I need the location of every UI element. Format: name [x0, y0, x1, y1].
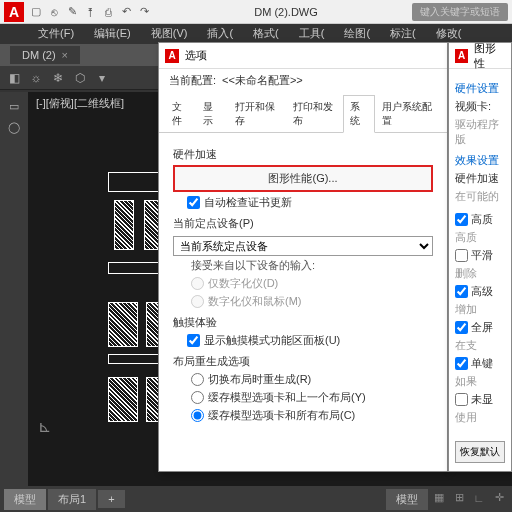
opt-full[interactable]: 全屏 — [455, 320, 505, 335]
opt-adv[interactable]: 高级 — [455, 284, 505, 299]
polar-icon[interactable]: ✛ — [490, 489, 508, 507]
driver-row: 驱动程序版 — [455, 117, 505, 147]
digitizer-only-radio: 仅数字化仪(D) — [191, 276, 433, 291]
graphics-dialog: A 图形性 硬件设置 视频卡: 驱动程序版 效果设置 硬件加速 在可能的 常 帮… — [448, 42, 512, 472]
tab-display[interactable]: 显示 — [196, 95, 227, 133]
touch-panel-check[interactable]: 显示触摸模式功能区面板(U) — [187, 333, 433, 348]
menubar: 文件(F) 编辑(E) 视图(V) 插入( 格式( 工具( 绘图( 标注( 修改… — [0, 24, 512, 44]
options-dialog: A 选项 当前配置: <<未命名配置>> 文件 显示 打开和保存 打印和发布 系… — [158, 42, 448, 472]
menu-file[interactable]: 文件(F) — [30, 24, 82, 44]
tab-files[interactable]: 文件 — [165, 95, 196, 133]
effects-label: 效果设置 — [455, 153, 505, 168]
opt-hq[interactable]: 高质 — [455, 212, 505, 227]
lock-icon[interactable]: ⬡ — [70, 68, 90, 88]
opt-unshown[interactable]: 未显 — [455, 392, 505, 407]
model-tab[interactable]: 模型 — [4, 489, 46, 510]
dialog-logo: A — [455, 49, 468, 63]
regen-switch-radio[interactable]: 切换布局时重生成(R) — [191, 372, 433, 387]
restore-defaults-button[interactable]: 恢复默认 — [455, 441, 505, 463]
tab-system[interactable]: 系统 — [343, 95, 374, 133]
viewport-controls[interactable]: [-][俯视][二维线框] — [36, 96, 124, 111]
opt-single[interactable]: 单键 — [455, 356, 505, 371]
touch-checkbox[interactable] — [187, 334, 200, 347]
grid-icon[interactable]: ▦ — [430, 489, 448, 507]
hw-setup-label: 硬件设置 — [455, 81, 505, 96]
cache-all-radio[interactable]: 缓存模型选项卡和所有布局(C) — [191, 408, 433, 423]
save-icon[interactable]: ✎ — [64, 4, 80, 20]
ucs-icon[interactable]: ⊾ — [38, 417, 51, 436]
search-box[interactable]: 键入关键字或短语 — [412, 3, 508, 21]
ortho-icon[interactable]: ∟ — [470, 489, 488, 507]
app-logo: A — [4, 2, 24, 22]
hw-accel-row: 硬件加速 — [455, 171, 505, 186]
menu-format[interactable]: 格式( — [245, 24, 287, 44]
options-body: 硬件加速 图形性能(G)... 自动检查证书更新 当前定点设备(P) 当前系统定… — [159, 133, 447, 434]
auto-check-cert[interactable]: 自动检查证书更新 — [187, 195, 433, 210]
graphics-title: 图形性 — [474, 42, 505, 71]
close-icon[interactable]: × — [62, 49, 68, 61]
digitizer-mouse-radio: 数字化仪和鼠标(M) — [191, 294, 433, 309]
model-button[interactable]: 模型 — [386, 489, 428, 510]
touch-label: 触摸体验 — [173, 315, 433, 330]
menu-view[interactable]: 视图(V) — [143, 24, 196, 44]
profile-value: <<未命名配置>> — [222, 73, 303, 88]
graphics-perf-button[interactable]: 图形性能(G)... — [173, 165, 433, 192]
doc-tab-label: DM (2) — [22, 49, 56, 61]
cache-last-radio[interactable]: 缓存模型选项卡和上一个布局(Y) — [191, 390, 433, 405]
left-toolbar: ▭ ◯ — [0, 92, 28, 486]
dialog-title: 选项 — [185, 48, 207, 63]
profile-row: 当前配置: <<未命名配置>> — [159, 69, 447, 92]
status-bar: 模型 ▦ ⊞ ∟ ✛ — [386, 489, 508, 510]
menu-draw[interactable]: 绘图( — [336, 24, 378, 44]
menu-dim[interactable]: 标注( — [382, 24, 424, 44]
layout-regen-label: 布局重生成选项 — [173, 354, 433, 369]
add-layout-icon[interactable]: + — [98, 490, 124, 508]
window-title: DM (2).DWG — [160, 6, 412, 18]
tool-icon[interactable]: ▭ — [0, 96, 28, 117]
open-icon[interactable]: ⎋ — [46, 4, 62, 20]
graphics-titlebar: A 图形性 — [449, 43, 511, 69]
print-icon[interactable]: ⎙ — [100, 4, 116, 20]
redo-icon[interactable]: ↷ — [136, 4, 152, 20]
menu-insert[interactable]: 插入( — [199, 24, 241, 44]
new-icon[interactable]: ▢ — [28, 4, 44, 20]
undo-icon[interactable]: ↶ — [118, 4, 134, 20]
hw-accel-label: 硬件加速 — [173, 147, 433, 162]
tab-plot[interactable]: 打印和发布 — [286, 95, 344, 133]
menu-edit[interactable]: 编辑(E) — [86, 24, 139, 44]
titlebar: A ▢ ⎋ ✎ ⭱ ⎙ ↶ ↷ DM (2).DWG 键入关键字或短语 — [0, 0, 512, 24]
menu-modify[interactable]: 修改( — [428, 24, 470, 44]
layout-tabs: 模型 布局1 + 模型 ▦ ⊞ ∟ ✛ — [0, 486, 512, 512]
auto-check-checkbox[interactable] — [187, 196, 200, 209]
freeze-icon[interactable]: ❄ — [48, 68, 68, 88]
profile-label: 当前配置: — [169, 73, 216, 88]
tool-icon[interactable]: ◯ — [0, 117, 28, 138]
snap-icon[interactable]: ⊞ — [450, 489, 468, 507]
more-icon[interactable]: ▾ — [92, 68, 112, 88]
layout-tab[interactable]: 布局1 — [48, 489, 96, 510]
options-tabs: 文件 显示 打开和保存 打印和发布 系统 用户系统配置 — [159, 94, 447, 133]
doc-tab[interactable]: DM (2) × — [10, 46, 80, 64]
tab-opensave[interactable]: 打开和保存 — [228, 95, 286, 133]
accept-input-label: 接受来自以下设备的输入: — [191, 258, 433, 273]
menu-tools[interactable]: 工具( — [291, 24, 333, 44]
save-as-icon[interactable]: ⭱ — [82, 4, 98, 20]
graphics-body: 硬件设置 视频卡: 驱动程序版 效果设置 硬件加速 在可能的 常 帮 信 安 高… — [449, 69, 511, 434]
dialog-titlebar: A 选项 — [159, 43, 447, 69]
pointing-device-select[interactable]: 当前系统定点设备 — [173, 236, 433, 256]
opt-smooth[interactable]: 平滑 — [455, 248, 505, 263]
layer-icon[interactable]: ◧ — [4, 68, 24, 88]
quick-access-toolbar: ▢ ⎋ ✎ ⭱ ⎙ ↶ ↷ — [28, 4, 152, 20]
video-row: 视频卡: — [455, 99, 505, 114]
dialog-logo: A — [165, 49, 179, 63]
light-icon[interactable]: ☼ — [26, 68, 46, 88]
tab-user[interactable]: 用户系统配置 — [375, 95, 441, 133]
pointing-label: 当前定点设备(P) — [173, 216, 433, 231]
